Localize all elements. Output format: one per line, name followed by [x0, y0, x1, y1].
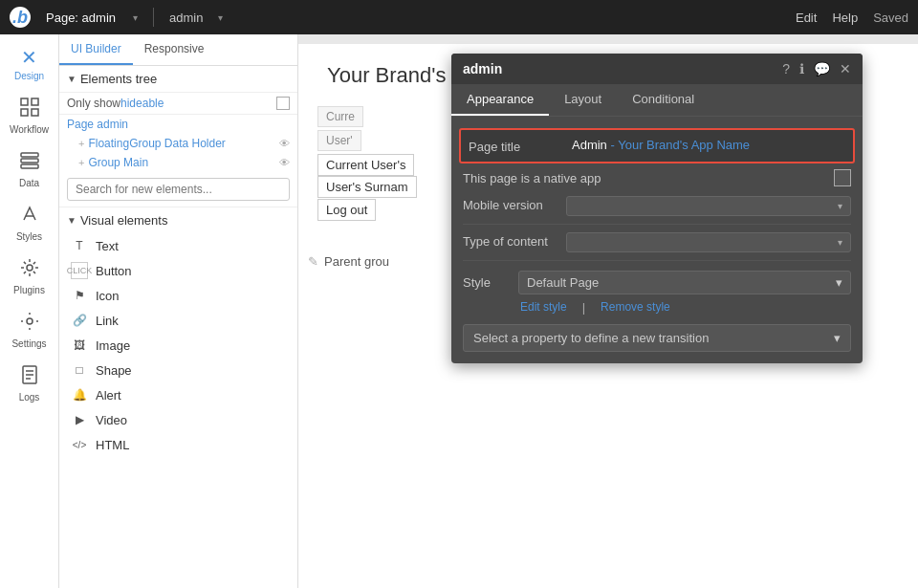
sidebar-label-workflow: Workflow — [10, 124, 49, 135]
shape-icon: □ — [71, 361, 88, 379]
sidebar-item-settings[interactable]: Settings — [0, 303, 58, 357]
props-header: admin ? ℹ 💬 ✕ — [451, 54, 863, 84]
mobile-version-value: ▾ — [566, 196, 851, 216]
element-shape[interactable]: □ Shape — [59, 358, 297, 382]
admin-dropdown-arrow[interactable]: ▾ — [218, 12, 223, 23]
tab-appearance[interactable]: Appearance — [451, 84, 549, 116]
hideable-link[interactable]: hideable — [120, 97, 164, 110]
sidebar-item-styles[interactable]: Styles — [0, 196, 58, 250]
element-icon[interactable]: ⚑ Icon — [59, 283, 297, 308]
tree-item-floating-group[interactable]: + FloatingGroup Data Holder 👁 — [59, 134, 297, 153]
style-label: Style — [463, 275, 511, 290]
comment-icon[interactable]: 💬 — [814, 61, 830, 76]
plus-icon: + — [78, 138, 84, 149]
canvas-parent-group: ✎ Parent grou — [308, 254, 389, 269]
search-box — [67, 178, 290, 201]
element-alert[interactable]: 🔔 Alert — [59, 382, 297, 407]
visual-label: Visual elements — [80, 213, 168, 228]
sidebar-item-logs[interactable]: Logs — [0, 357, 58, 410]
link-label: Link — [96, 314, 119, 328]
element-html[interactable]: </> HTML — [59, 432, 297, 457]
settings-icon — [19, 311, 40, 337]
svg-rect-3 — [32, 109, 38, 116]
canvas-curr-label2: User' — [317, 130, 361, 151]
shape-label: Shape — [96, 363, 132, 378]
sidebar-item-design[interactable]: ✕ Design — [0, 38, 58, 89]
alert-icon: 🔔 — [71, 386, 88, 403]
remove-style-link[interactable]: Remove style — [601, 300, 670, 315]
sidebar-item-workflow[interactable]: Workflow — [0, 89, 58, 142]
canvas-logout[interactable]: Log out — [317, 199, 376, 221]
tree-item-group-main[interactable]: + Group Main 👁 — [59, 153, 297, 172]
saved-status: Saved — [873, 11, 908, 25]
element-link[interactable]: 🔗 Link — [59, 308, 297, 333]
hideable-checkbox[interactable] — [276, 97, 290, 110]
svg-rect-5 — [21, 159, 38, 163]
style-arrow: ▾ — [836, 275, 842, 290]
help-link[interactable]: Help — [832, 11, 858, 25]
page-title-dynamic[interactable]: - Your Brand's App Name — [610, 138, 750, 152]
plus-icon2: + — [78, 157, 84, 168]
canvas-input2: User's Surnam — [317, 176, 417, 198]
sidebar-item-plugins[interactable]: Plugins — [0, 250, 58, 303]
sidebar-item-data[interactable]: Data — [0, 142, 58, 196]
canvas-brand-title: Your Brand's L — [327, 63, 464, 88]
icon-sidebar: ✕ Design Workflow Data Styles Plugins — [0, 34, 59, 588]
info-icon[interactable]: ℹ — [799, 61, 804, 76]
props-body: Page title Admin - Your Brand's App Name… — [451, 117, 863, 363]
native-app-row: This page is a native app — [463, 163, 851, 192]
image-icon: 🖼 — [71, 337, 88, 354]
tab-ui-builder[interactable]: UI Builder — [59, 34, 133, 65]
tree-item-page[interactable]: Page admin — [59, 115, 297, 134]
mobile-version-arrow: ▾ — [838, 201, 842, 211]
styles-icon — [19, 204, 40, 229]
logs-icon — [19, 364, 40, 390]
style-select[interactable]: Default Page ▾ — [518, 271, 851, 294]
edit-link[interactable]: Edit — [796, 11, 817, 25]
sidebar-label-design: Design — [14, 71, 44, 81]
element-image[interactable]: 🖼 Image — [59, 333, 297, 358]
top-divider — [153, 8, 154, 27]
tab-conditional[interactable]: Conditional — [617, 84, 710, 116]
html-icon: </> — [71, 436, 88, 453]
sidebar-label-data: Data — [19, 178, 39, 188]
style-link-divider: | — [582, 300, 585, 315]
element-button[interactable]: CLICK Button — [59, 258, 297, 283]
canvas-area: Your Brand's L Curre User' Current User'… — [298, 34, 918, 588]
close-icon[interactable]: ✕ — [840, 61, 851, 76]
tab-responsive[interactable]: Responsive — [133, 34, 216, 65]
props-title: admin — [463, 61, 782, 76]
page-dropdown-arrow[interactable]: ▾ — [133, 12, 138, 23]
transition-select[interactable]: Select a property to define a new transi… — [463, 324, 851, 352]
element-video[interactable]: ▶ Video — [59, 407, 297, 432]
element-text[interactable]: T Text — [59, 233, 297, 258]
text-label: Text — [96, 239, 119, 253]
native-app-label: This page is a native app — [463, 171, 826, 185]
props-header-icons: ? ℹ 💬 ✕ — [782, 61, 851, 76]
mobile-version-select[interactable]: ▾ — [566, 196, 851, 216]
search-input[interactable] — [67, 178, 290, 201]
edit-style-link[interactable]: Edit style — [520, 300, 567, 315]
page-title-value: Admin - Your Brand's App Name — [572, 138, 845, 152]
button-label: Button — [96, 264, 132, 278]
element-list: T Text CLICK Button ⚑ Icon 🔗 Link 🖼 Imag… — [59, 233, 297, 588]
canvas-input1: Current User's — [317, 154, 414, 176]
sidebar-label-styles: Styles — [16, 231, 42, 242]
eye-icon-group[interactable]: 👁 — [279, 157, 290, 168]
page-title-label: Page title — [469, 138, 564, 154]
svg-rect-2 — [21, 109, 28, 116]
page-label: Page: admin — [46, 11, 116, 25]
image-label: Image — [96, 338, 130, 353]
help-icon[interactable]: ? — [782, 61, 790, 76]
text-icon: T — [71, 237, 88, 254]
sidebar-label-logs: Logs — [19, 392, 40, 403]
visual-arrow: ▼ — [67, 215, 76, 226]
type-of-content-select[interactable]: ▾ — [566, 232, 851, 252]
mobile-version-label: Mobile version — [463, 196, 558, 212]
eye-icon-floating[interactable]: 👁 — [279, 138, 290, 149]
svg-rect-4 — [21, 153, 38, 157]
hideable-row: Only show hideable — [59, 93, 297, 115]
tab-layout[interactable]: Layout — [549, 84, 617, 116]
svg-rect-6 — [21, 164, 38, 168]
native-app-checkbox[interactable] — [834, 169, 851, 186]
